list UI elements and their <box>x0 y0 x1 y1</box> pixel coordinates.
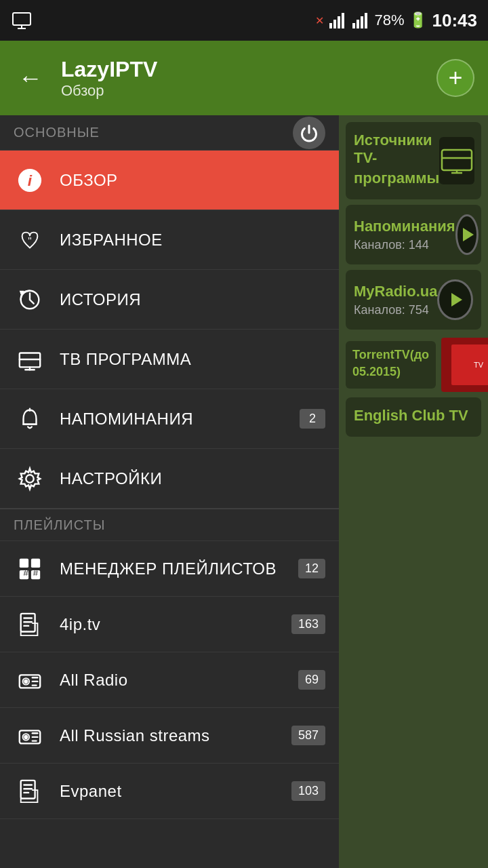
svg-text:#: # <box>24 567 29 577</box>
history-icon <box>14 283 46 316</box>
right-content: Источники TV- программы <box>339 115 488 443</box>
gear-icon <box>14 462 46 495</box>
sidebar-item-label-allrussian: All Russian streams <box>60 726 278 745</box>
reminders-card-title: Напоминания <box>354 218 455 235</box>
sidebar-item-label-reminders: НАПОМИНАНИЯ <box>60 410 286 429</box>
sidebar-item-tvguide[interactable]: ТВ ПРОГРАММА <box>0 330 339 389</box>
evpanet-badge: 103 <box>291 781 325 801</box>
svg-rect-24 <box>31 558 40 567</box>
battery-level: 78% <box>374 12 404 29</box>
sidebar-item-label-allradio: All Radio <box>60 671 285 690</box>
torrenttv-title: TorrentTV(до <box>352 348 429 362</box>
sidebar-item-label-evpanet: Evpanet <box>60 782 278 801</box>
sidebar: ОСНОВНЫЕ i ОБЗОР " <box>0 115 339 868</box>
app-header: ← LazyIPTV Обзор + <box>0 41 488 115</box>
tv-source-title: Источники TV- <box>354 132 439 167</box>
sidebar-item-label-favorites: ИЗБРАННОЕ <box>60 231 325 250</box>
torrenttv-title2: 05.2015) <box>352 365 429 379</box>
back-button[interactable]: ← <box>14 64 47 92</box>
svg-rect-5 <box>338 16 340 28</box>
sidebar-item-label-tvguide: ТВ ПРОГРАММА <box>60 350 325 369</box>
svg-rect-4 <box>333 20 336 28</box>
sidebar-item-settings[interactable]: НАСТРОЙКИ <box>0 449 339 509</box>
sidebar-item-allradio[interactable]: All Radio 69 <box>0 652 339 708</box>
right-panel: Источники TV- программы <box>339 115 488 868</box>
signal-icons: ✕ 78% 🔋 <box>315 11 426 30</box>
tv-icon <box>14 343 46 376</box>
sidebar-item-overview[interactable]: i ОБЗОР <box>0 151 339 210</box>
englishclub-title: English Club TV <box>354 407 473 425</box>
screen-icon <box>11 9 33 31</box>
header-title-block: LazyIPTV Обзор <box>61 57 423 100</box>
svg-rect-0 <box>13 13 30 25</box>
sidebar-item-4iptv[interactable]: 4ip.tv 163 <box>0 597 339 652</box>
allrussian-badge: 587 <box>291 726 325 745</box>
sidebar-item-label-history: ИСТОРИЯ <box>60 290 325 309</box>
allradio-badge: 69 <box>298 670 325 690</box>
app-title: LazyIPTV <box>61 57 423 82</box>
audio-icon-allradio <box>14 664 46 696</box>
svg-text:i: i <box>28 171 33 189</box>
svg-text:#: # <box>33 567 39 577</box>
svg-point-22 <box>26 475 33 482</box>
power-button[interactable] <box>293 117 325 149</box>
reminders-badge: 2 <box>300 409 325 429</box>
myradio-title: MyRadio.ua <box>354 283 437 300</box>
bell-icon <box>14 403 46 435</box>
tv-source-card: Источники TV- программы <box>346 122 481 199</box>
grid-icon: # # <box>14 553 46 585</box>
svg-rect-6 <box>342 13 344 28</box>
svg-rect-23 <box>20 558 28 567</box>
svg-rect-7 <box>352 23 355 28</box>
doc-icon-4ip <box>14 608 46 641</box>
app-subtitle: Обзор <box>61 82 423 100</box>
add-button[interactable]: + <box>436 59 474 97</box>
svg-rect-49 <box>442 150 472 170</box>
sidebar-item-history[interactable]: ИСТОРИЯ <box>0 270 339 330</box>
svg-rect-10 <box>365 13 367 28</box>
svg-point-35 <box>24 680 27 683</box>
battery-icon: 🔋 <box>409 12 427 29</box>
main-section-header: ОСНОВНЫЕ <box>0 115 339 151</box>
svg-marker-54 <box>451 293 462 307</box>
svg-rect-3 <box>329 23 332 28</box>
myradio-card: MyRadio.ua Каналов: 754 <box>346 270 481 330</box>
signal-icon-1 <box>328 11 347 30</box>
sidebar-item-manager[interactable]: # # МЕНЕДЖЕР ПЛЕЙЛИСТОВ 12 <box>0 541 339 597</box>
audio-icon-allrussian <box>14 719 46 752</box>
manager-badge: 12 <box>298 559 325 578</box>
main-section-label: ОСНОВНЫЕ <box>14 125 100 140</box>
svg-rect-8 <box>357 20 359 28</box>
main-layout: ОСНОВНЫЕ i ОБЗОР " <box>0 115 488 868</box>
sidebar-item-favorites[interactable]: " ИЗБРАННОЕ <box>0 210 339 270</box>
doc-icon-evpanet <box>14 775 46 808</box>
sidebar-item-label-settings: НАСТРОЙКИ <box>60 469 325 488</box>
svg-rect-9 <box>361 16 363 28</box>
favorites-icon: " <box>14 224 46 256</box>
sidebar-item-label-manager: МЕНЕДЖЕР ПЛЕЙЛИСТОВ <box>60 559 285 578</box>
playlists-section-header: ПЛЕЙЛИСТЫ <box>0 509 339 541</box>
reminders-card: Напоминания Каналов: 144 <box>346 205 481 264</box>
sidebar-item-label-overview: ОБЗОР <box>60 171 325 190</box>
englishclub-card: English Club TV <box>346 397 481 437</box>
sidebar-item-evpanet[interactable]: Evpanet 103 <box>0 764 339 819</box>
playlists-section-label: ПЛЕЙЛИСТЫ <box>14 517 105 533</box>
svg-point-41 <box>24 736 27 738</box>
status-time: 10:43 <box>432 10 478 31</box>
reminders-card-subtitle: Каналов: 144 <box>354 238 455 252</box>
svg-marker-53 <box>463 228 474 241</box>
myradio-subtitle: Каналов: 754 <box>354 303 437 317</box>
status-bar: ✕ 78% 🔋 10:43 <box>0 0 488 41</box>
4iptv-badge: 163 <box>291 614 325 634</box>
torrenttv-thumbnail: TV <box>441 338 488 392</box>
sidebar-item-reminders[interactable]: НАПОМИНАНИЯ 2 <box>0 389 339 449</box>
info-icon: i <box>14 164 46 197</box>
svg-text:": " <box>28 234 31 245</box>
sidebar-item-allrussian[interactable]: All Russian streams 587 <box>0 708 339 764</box>
signal-icon-2 <box>351 11 370 30</box>
tv-source-title2: программы <box>354 170 439 187</box>
sidebar-item-label-4iptv: 4ip.tv <box>60 615 278 634</box>
